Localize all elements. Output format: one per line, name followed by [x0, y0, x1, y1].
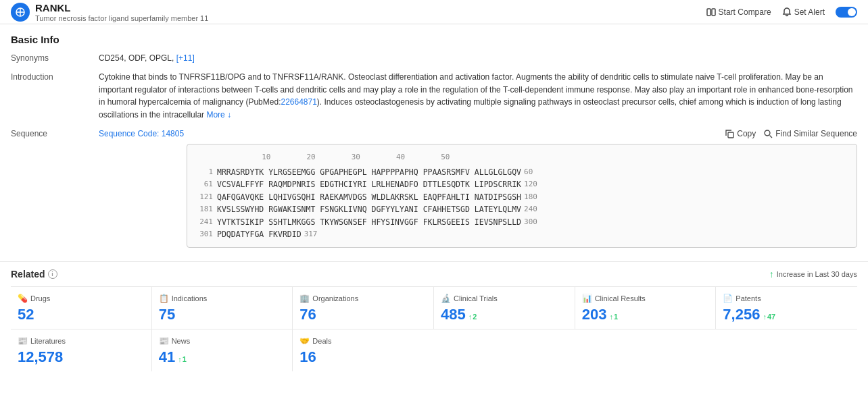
related-item-count: 75 [159, 306, 175, 323]
related-section: Related i ↑ Increase in Last 30 days 💊 D… [0, 262, 868, 378]
synonyms-value: CD254, ODF, OPGL, [+11] [99, 52, 857, 64]
related-item-label: 📰 News [159, 336, 286, 346]
related-item-value: 75 [159, 306, 286, 323]
related-item-name: Organizations [312, 294, 358, 302]
related-item-icon: 📋 [159, 294, 169, 303]
sequence-row: Sequence Sequence Code: 14805 Copy [11, 128, 857, 248]
sequence-line: 301PDQDATYFGA FKVRDID317 [197, 228, 847, 240]
seq-line-number: 181 [197, 203, 217, 215]
related-item-count: 485 [441, 306, 466, 323]
related-item[interactable]: 💊 Drugs 52 [11, 287, 152, 329]
related-grid-row1: 💊 Drugs 52 📋 Indications 75 🏢 Organizati… [11, 286, 857, 329]
related-item[interactable]: 📊 Clinical Results 203 ↑1 [575, 287, 717, 329]
find-similar-button[interactable]: Find Similar Sequence [764, 129, 857, 138]
svg-rect-4 [712, 9, 715, 16]
synonyms-row: Synonyms CD254, ODF, OPGL, [+11] [11, 52, 857, 64]
more-button[interactable]: More ↓ [206, 110, 231, 120]
basic-info-section: Basic Info Synonyms CD254, ODF, OPGL, [+… [0, 24, 868, 262]
seq-line-data: PDQDATYFGA FKVRDID [217, 228, 302, 240]
related-item[interactable]: 🏢 Organizations 76 [293, 287, 434, 329]
related-grid-row2: 📰 Literatures 12,578 📰 News 41 ↑1 🤝 Deal… [11, 329, 857, 371]
related-item-icon: 📰 [18, 336, 28, 346]
up-icon: ↑ [609, 313, 613, 321]
related-item-count: 12,578 [18, 348, 63, 366]
header-actions: Start Compare Set Alert [706, 7, 857, 18]
related-item[interactable]: 📋 Indications 75 [152, 287, 293, 329]
synonyms-more-link[interactable]: [+11] [176, 53, 195, 63]
seq-line-data: KVSLSSWYHD RGWAKISNMT FSNGKLIVNQ DGFYYLY… [217, 203, 521, 215]
sequence-line: 61VCSVALFFYF RAQMDPNRIS EDGTHCIYRI LRLHE… [197, 178, 847, 190]
related-info-icon[interactable]: i [48, 269, 57, 279]
related-item-row2[interactable]: 📰 News 41 ↑1 [152, 329, 293, 371]
start-compare-button[interactable]: Start Compare [706, 7, 771, 17]
seq-line-end: 300 [524, 216, 537, 228]
sequence-actions: Copy Find Similar Sequence [725, 129, 857, 138]
increase-badge: ↑1 [609, 313, 618, 321]
related-item-label: 🤝 Deals [299, 336, 427, 346]
related-item-name: Drugs [30, 294, 50, 302]
related-item-icon: 📄 [723, 294, 733, 303]
sequence-line: 241YVTKTSIKIP SSHTLMKGGS TKYWSGNSEF HFYS… [197, 216, 847, 228]
seq-line-number: 61 [197, 178, 217, 190]
seq-line-number: 1 [197, 166, 217, 178]
related-item[interactable]: 🔬 Clinical Trials 485 ↑2 [434, 287, 575, 329]
svg-rect-3 [707, 9, 710, 16]
related-item-icon: 💊 [18, 294, 28, 303]
copy-button[interactable]: Copy [725, 129, 756, 138]
header-title-group: RANKL Tumor necrosis factor ligand super… [35, 2, 208, 22]
sequence-line: 1MRRASRDYTK YLRGSEEMGG GPGAPHEGPL HAPPPP… [197, 166, 847, 178]
related-item-label: 📊 Clinical Results [582, 294, 709, 303]
search-icon [764, 130, 773, 138]
up-icon: ↑ [763, 313, 767, 321]
related-item-name: Literatures [30, 337, 66, 345]
related-item-value: 7,256 ↑47 [723, 306, 850, 323]
related-item-count: 41 [159, 348, 175, 366]
related-item-name: Patents [736, 294, 761, 302]
related-item-value: 12,578 [18, 348, 145, 366]
related-item-icon: 📰 [159, 336, 169, 346]
pubmed-link[interactable]: 22664871 [281, 97, 316, 107]
related-item-label: 🔬 Clinical Trials [441, 294, 568, 303]
intro-text: Cytokine that binds to TNFRSF11B/OPG and… [99, 72, 853, 120]
introduction-row: Introduction Cytokine that binds to TNFR… [11, 71, 857, 121]
increase-badge: ↑47 [763, 313, 775, 321]
up-arrow-icon: ↑ [769, 269, 774, 280]
related-item-icon: 🏢 [299, 294, 310, 303]
related-item-label: 🏢 Organizations [299, 294, 427, 303]
related-item-label: 📰 Literatures [18, 336, 145, 346]
seq-line-number: 241 [197, 216, 217, 228]
increase-badge: ↑2 [468, 313, 477, 321]
related-item-row2[interactable]: 🤝 Deals 16 [293, 329, 434, 371]
related-item-icon: 🤝 [299, 336, 310, 346]
related-item-count: 7,256 [723, 306, 760, 323]
related-item-count: 16 [299, 348, 316, 366]
copy-icon [725, 130, 734, 138]
seq-line-number: 121 [197, 191, 217, 203]
sequence-code-link[interactable]: Sequence Code: 14805 [99, 128, 184, 140]
seq-line-data: QAFQGAVQKE LQHIVGSQHI RAEKAMVDGS WLDLAKR… [217, 191, 521, 203]
up-icon: ↑ [178, 355, 182, 363]
set-alert-button[interactable]: Set Alert [782, 7, 825, 17]
basic-info-title: Basic Info [11, 34, 857, 45]
page-subtitle: Tumor necrosis factor ligand superfamily… [35, 14, 208, 22]
related-item-label: 📄 Patents [723, 294, 850, 303]
introduction-label: Introduction [11, 71, 99, 121]
related-item-row2[interactable]: 📰 Literatures 12,578 [11, 329, 152, 371]
related-item-value: 41 ↑1 [159, 348, 286, 366]
related-item-count: 203 [582, 306, 607, 323]
sequence-value: Sequence Code: 14805 Copy [99, 128, 857, 248]
seq-line-end: 240 [524, 203, 537, 215]
seq-line-end: 180 [524, 191, 537, 203]
related-item-value: 76 [299, 306, 427, 323]
seq-line-number: 301 [197, 228, 217, 240]
related-item-value: 52 [18, 306, 145, 323]
related-item[interactable]: 📄 Patents 7,256 ↑47 [716, 287, 857, 329]
related-item-icon: 📊 [582, 294, 592, 303]
related-item-value: 485 ↑2 [441, 306, 568, 323]
related-header: Related i ↑ Increase in Last 30 days [11, 269, 857, 280]
seq-line-end: 60 [524, 166, 533, 178]
alert-toggle[interactable] [836, 7, 857, 18]
related-item-name: Clinical Trials [454, 294, 498, 302]
related-item-value: 203 ↑1 [582, 306, 709, 323]
seq-line-end: 317 [304, 228, 318, 240]
